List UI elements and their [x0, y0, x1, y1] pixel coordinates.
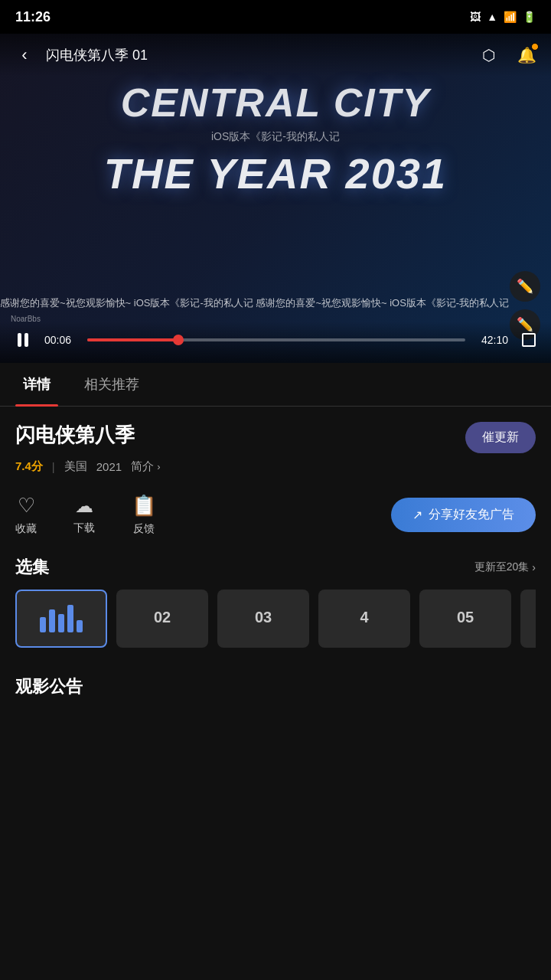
ep-thumb-visual-6: 06: [520, 590, 536, 645]
video-top-left: ‹ 闪电侠第八季 01: [11, 41, 148, 69]
pencil-icon-1: ✏️: [517, 278, 533, 295]
share-button[interactable]: ↗ 分享好友免广告: [391, 498, 536, 532]
progress-thumb: [173, 335, 184, 345]
collect-action[interactable]: ♡ 收藏: [15, 494, 37, 536]
ep-thumb-visual-4: 4: [318, 590, 410, 645]
battery-icon: 🔋: [523, 11, 536, 23]
more-episodes-link[interactable]: 更新至20集 ›: [474, 560, 536, 574]
video-title: 闪电侠第八季 01: [46, 46, 148, 64]
more-chevron-icon: ›: [532, 561, 536, 573]
cast-icon: ⬡: [482, 46, 495, 64]
more-episodes-label: 更新至20集: [474, 560, 530, 574]
feedback-icon: 📋: [132, 494, 156, 518]
time-current: 00:06: [44, 334, 78, 346]
video-top-bar: ‹ 闪电侠第八季 01 ⬡ 🔔: [0, 34, 551, 77]
ep-bar-4: [67, 605, 73, 632]
episode-item-5[interactable]: 05: [419, 590, 511, 648]
fullscreen-button[interactable]: [517, 328, 540, 351]
edit-icon-1[interactable]: ✏️: [510, 271, 540, 302]
cast-button[interactable]: ⬡: [474, 41, 502, 69]
status-bar: 11:26 🖼 ▲ 📶 🔋: [0, 0, 551, 34]
announcement-title: 观影公告: [15, 677, 83, 696]
video-top-right: ⬡ 🔔: [474, 41, 540, 69]
detail-section: 闪电侠第八季 催更新 7.4分 | 美国 2021 简介 ›: [0, 407, 551, 482]
episode-header: 选集 更新至20集 ›: [15, 556, 536, 579]
tab-detail[interactable]: 详情: [15, 363, 58, 406]
status-icons: 🖼 ▲ 📶 🔋: [470, 11, 536, 23]
show-title: 闪电侠第八季: [15, 422, 135, 449]
progress-bar[interactable]: [87, 338, 465, 341]
ep-bar-3: [58, 614, 64, 632]
download-action[interactable]: ☁ 下载: [73, 495, 95, 535]
wifi-icon: ▲: [487, 11, 497, 23]
tabs-row: 详情 相关推荐: [0, 363, 551, 407]
brief-label: 简介: [131, 459, 154, 474]
ep-thumb-visual-1: [17, 591, 106, 646]
episode-item-6[interactable]: 06: [520, 590, 536, 648]
ep-number-3: 03: [255, 590, 272, 645]
share-icon: ↗: [412, 508, 422, 522]
announcement-section: 观影公告: [0, 660, 551, 721]
pause-bar-2: [24, 333, 28, 347]
pause-bar-1: [18, 333, 21, 347]
show-title-row: 闪电侠第八季 催更新: [15, 422, 536, 453]
download-icon: ☁: [75, 495, 93, 517]
episode-item-3[interactable]: 03: [217, 590, 309, 648]
marquee-bar: 感谢您的喜爱~祝您观影愉快~ iOS版本《影记-我的私人记 感谢您的喜爱~祝您观…: [0, 296, 551, 317]
ep-number-2: 02: [154, 590, 171, 645]
action-row: ♡ 收藏 ☁ 下载 📋 反馈 ↗ 分享好友免广告: [0, 482, 551, 548]
feedback-action[interactable]: 📋 反馈: [132, 494, 156, 536]
episode-item-4[interactable]: 4: [318, 590, 410, 648]
ep-bar-1: [40, 617, 46, 632]
fullscreen-icon: [522, 333, 536, 347]
show-meta: 7.4分 | 美国 2021 简介 ›: [15, 459, 536, 474]
video-controls: 00:06 42:10: [0, 322, 551, 363]
status-time: 11:26: [15, 9, 51, 25]
episode-section: 选集 更新至20集 › 02: [0, 548, 551, 660]
back-button[interactable]: ‹: [11, 41, 38, 69]
pause-button[interactable]: [11, 328, 35, 352]
photo-icon: 🖼: [470, 11, 481, 23]
episodes-row: 02 03 4 05 06: [15, 590, 536, 652]
video-player[interactable]: ‹ 闪电侠第八季 01 ⬡ 🔔 CENTRAL CITY iOS版本《影记-我的…: [0, 34, 551, 363]
ep-thumb-visual-3: 03: [217, 590, 309, 645]
episodes-title: 选集: [15, 556, 49, 579]
ep-bar-2: [49, 609, 55, 632]
show-year: 2021: [96, 460, 122, 473]
update-button[interactable]: 催更新: [465, 422, 536, 453]
time-total: 42:10: [474, 334, 508, 346]
notification-button[interactable]: 🔔: [513, 41, 540, 69]
pause-icon: [18, 333, 28, 347]
heart-icon: ♡: [18, 494, 35, 518]
show-country: 美国: [64, 459, 87, 474]
ep-thumb-visual-5: 05: [419, 590, 511, 645]
collect-label: 收藏: [15, 522, 37, 536]
brief-link[interactable]: 简介 ›: [131, 459, 160, 474]
episode-item-1[interactable]: [15, 590, 107, 648]
ep-thumb-visual-2: 02: [116, 590, 208, 645]
marquee-text: 感谢您的喜爱~祝您观影愉快~ iOS版本《影记-我的私人记 感谢您的喜爱~祝您观…: [0, 296, 509, 310]
ep-active-bars: [40, 605, 83, 632]
progress-fill: [87, 338, 178, 341]
tab-related[interactable]: 相关推荐: [77, 363, 147, 406]
feedback-label: 反馈: [133, 522, 155, 536]
chevron-right-icon: ›: [157, 461, 160, 472]
ep-number-5: 05: [457, 590, 474, 645]
episode-item-2[interactable]: 02: [116, 590, 208, 648]
ep-bar-5: [77, 620, 83, 632]
show-rating: 7.4分: [15, 459, 43, 474]
back-arrow-icon: ‹: [21, 45, 27, 65]
ep-number-4: 4: [360, 590, 368, 645]
download-label: 下载: [73, 521, 95, 535]
notification-badge: [531, 43, 539, 51]
share-label: 分享好友免广告: [429, 507, 514, 523]
signal-icon: 📶: [504, 11, 517, 23]
